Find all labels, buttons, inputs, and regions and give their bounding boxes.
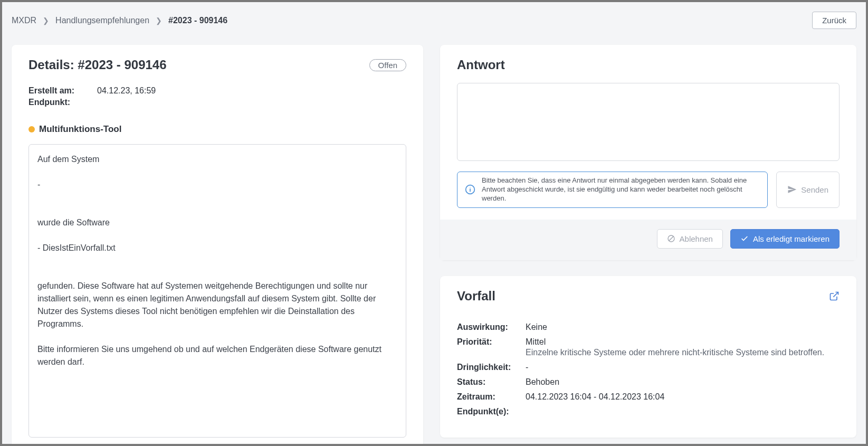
send-label: Senden — [801, 185, 828, 194]
period-label: Zeitraum: — [457, 392, 526, 402]
reply-info-text: Bitte beachten Sie, dass eine Antwort nu… — [482, 176, 760, 203]
reply-info-box: Bitte beachten Sie, dass eine Antwort nu… — [457, 172, 768, 208]
reject-button[interactable]: Ablehnen — [657, 229, 723, 249]
impact-label: Auswirkung: — [457, 322, 526, 332]
reply-title: Antwort — [457, 58, 505, 72]
urgency-value: - — [526, 363, 528, 372]
reply-textarea[interactable] — [457, 83, 840, 161]
priority-label: Priorität: — [457, 337, 526, 357]
endpoints-label: Endpunkt(e): — [457, 407, 526, 416]
details-card: Details: #2023 - 909146 Offen Erstellt a… — [12, 45, 423, 444]
impact-value: Keine — [526, 322, 547, 332]
send-icon — [787, 185, 797, 194]
chevron-right-icon: ❯ — [43, 16, 49, 25]
cancel-icon — [667, 234, 675, 243]
details-title: Details: #2023 - 909146 — [28, 58, 167, 72]
info-icon — [465, 184, 475, 195]
breadcrumb: MXDR ❯ Handlungsempfehlungen ❯ #2023 - 9… — [12, 16, 227, 25]
created-value: 04.12.23, 16:59 — [97, 86, 156, 96]
reject-label: Ablehnen — [680, 234, 713, 243]
mark-done-label: Als erledigt markieren — [753, 234, 829, 243]
breadcrumb-root[interactable]: MXDR — [12, 16, 36, 25]
mark-done-button[interactable]: Als erledigt markieren — [730, 229, 840, 249]
breadcrumb-section[interactable]: Handlungsempfehlungen — [55, 16, 149, 25]
status-badge: Offen — [369, 59, 406, 71]
send-button[interactable]: Senden — [776, 172, 840, 208]
svg-line-4 — [669, 236, 673, 241]
breadcrumb-current: #2023 - 909146 — [168, 16, 227, 25]
svg-line-5 — [833, 292, 838, 297]
period-value: 04.12.2023 16:04 - 04.12.2023 16:04 — [526, 392, 664, 402]
severity-dot-icon — [28, 126, 35, 132]
svg-point-2 — [470, 187, 470, 187]
chevron-right-icon: ❯ — [156, 16, 162, 25]
urgency-label: Dringlichkeit: — [457, 363, 526, 372]
tool-tag: Multifunktions-Tool — [39, 124, 121, 135]
status-value: Behoben — [526, 377, 559, 387]
incident-card: Vorfall Auswirkung: Keine — [440, 276, 856, 438]
open-external-icon[interactable] — [829, 291, 840, 301]
status-label: Status: — [457, 377, 526, 387]
incident-title: Vorfall — [457, 289, 495, 303]
created-label: Erstellt am: — [28, 86, 97, 96]
priority-sub: Einzelne kritische Systeme oder mehrere … — [526, 348, 824, 357]
reply-card: Antwort Bitt — [440, 45, 856, 260]
back-button[interactable]: Zurück — [812, 12, 856, 29]
endpoint-label: Endpunkt: — [28, 98, 97, 107]
priority-value: Mittel — [526, 337, 546, 346]
description-body: Auf dem System - wurde die Software - Di… — [28, 144, 406, 438]
check-icon — [740, 234, 749, 243]
